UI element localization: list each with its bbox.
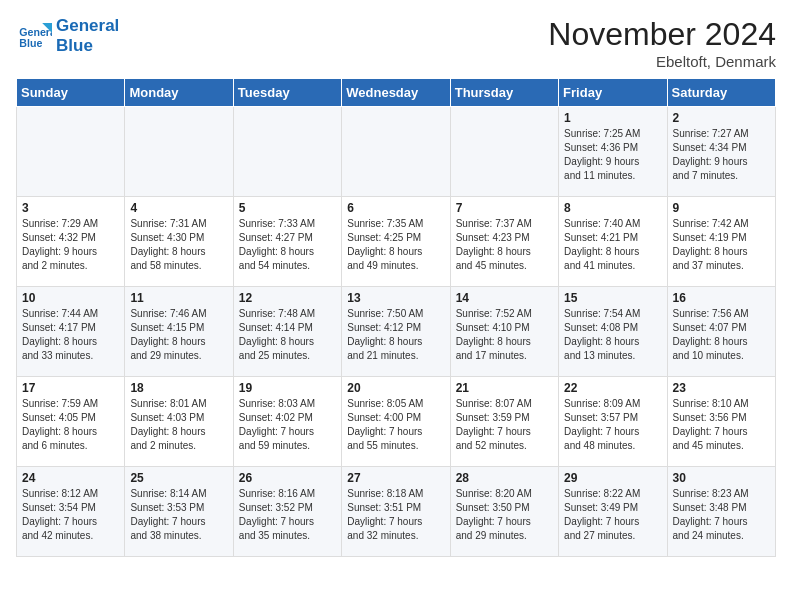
day-info: Sunrise: 8:05 AM Sunset: 4:00 PM Dayligh… [347, 397, 444, 453]
calendar-cell [450, 107, 558, 197]
calendar-cell [125, 107, 233, 197]
day-number: 23 [673, 381, 770, 395]
day-info: Sunrise: 8:16 AM Sunset: 3:52 PM Dayligh… [239, 487, 336, 543]
calendar-cell: 21Sunrise: 8:07 AM Sunset: 3:59 PM Dayli… [450, 377, 558, 467]
calendar-cell: 11Sunrise: 7:46 AM Sunset: 4:15 PM Dayli… [125, 287, 233, 377]
calendar-cell: 29Sunrise: 8:22 AM Sunset: 3:49 PM Dayli… [559, 467, 667, 557]
day-number: 26 [239, 471, 336, 485]
day-info: Sunrise: 8:18 AM Sunset: 3:51 PM Dayligh… [347, 487, 444, 543]
day-info: Sunrise: 7:42 AM Sunset: 4:19 PM Dayligh… [673, 217, 770, 273]
calendar-cell: 7Sunrise: 7:37 AM Sunset: 4:23 PM Daylig… [450, 197, 558, 287]
calendar-cell: 20Sunrise: 8:05 AM Sunset: 4:00 PM Dayli… [342, 377, 450, 467]
day-number: 21 [456, 381, 553, 395]
day-number: 18 [130, 381, 227, 395]
calendar-cell: 16Sunrise: 7:56 AM Sunset: 4:07 PM Dayli… [667, 287, 775, 377]
day-info: Sunrise: 7:35 AM Sunset: 4:25 PM Dayligh… [347, 217, 444, 273]
svg-text:Blue: Blue [19, 37, 42, 49]
day-number: 25 [130, 471, 227, 485]
calendar-week-row: 17Sunrise: 7:59 AM Sunset: 4:05 PM Dayli… [17, 377, 776, 467]
day-number: 11 [130, 291, 227, 305]
weekday-header: Friday [559, 79, 667, 107]
calendar-cell: 8Sunrise: 7:40 AM Sunset: 4:21 PM Daylig… [559, 197, 667, 287]
day-number: 4 [130, 201, 227, 215]
day-number: 15 [564, 291, 661, 305]
logo-line2: Blue [56, 36, 119, 56]
day-number: 19 [239, 381, 336, 395]
calendar-cell: 30Sunrise: 8:23 AM Sunset: 3:48 PM Dayli… [667, 467, 775, 557]
day-number: 22 [564, 381, 661, 395]
calendar-cell: 3Sunrise: 7:29 AM Sunset: 4:32 PM Daylig… [17, 197, 125, 287]
day-number: 8 [564, 201, 661, 215]
weekday-header: Monday [125, 79, 233, 107]
page-header: General Blue General Blue November 2024 … [16, 16, 776, 70]
day-number: 24 [22, 471, 119, 485]
calendar-cell: 22Sunrise: 8:09 AM Sunset: 3:57 PM Dayli… [559, 377, 667, 467]
calendar-cell: 5Sunrise: 7:33 AM Sunset: 4:27 PM Daylig… [233, 197, 341, 287]
logo-icon: General Blue [16, 18, 52, 54]
day-number: 27 [347, 471, 444, 485]
day-number: 28 [456, 471, 553, 485]
day-info: Sunrise: 7:37 AM Sunset: 4:23 PM Dayligh… [456, 217, 553, 273]
day-info: Sunrise: 7:56 AM Sunset: 4:07 PM Dayligh… [673, 307, 770, 363]
day-info: Sunrise: 8:20 AM Sunset: 3:50 PM Dayligh… [456, 487, 553, 543]
location: Ebeltoft, Denmark [548, 53, 776, 70]
day-info: Sunrise: 7:25 AM Sunset: 4:36 PM Dayligh… [564, 127, 661, 183]
day-info: Sunrise: 8:03 AM Sunset: 4:02 PM Dayligh… [239, 397, 336, 453]
day-info: Sunrise: 8:14 AM Sunset: 3:53 PM Dayligh… [130, 487, 227, 543]
day-info: Sunrise: 7:48 AM Sunset: 4:14 PM Dayligh… [239, 307, 336, 363]
day-info: Sunrise: 7:50 AM Sunset: 4:12 PM Dayligh… [347, 307, 444, 363]
day-info: Sunrise: 8:07 AM Sunset: 3:59 PM Dayligh… [456, 397, 553, 453]
calendar-table: SundayMondayTuesdayWednesdayThursdayFrid… [16, 78, 776, 557]
calendar-cell: 26Sunrise: 8:16 AM Sunset: 3:52 PM Dayli… [233, 467, 341, 557]
day-number: 6 [347, 201, 444, 215]
calendar-week-row: 10Sunrise: 7:44 AM Sunset: 4:17 PM Dayli… [17, 287, 776, 377]
calendar-cell: 28Sunrise: 8:20 AM Sunset: 3:50 PM Dayli… [450, 467, 558, 557]
calendar-cell [342, 107, 450, 197]
day-number: 13 [347, 291, 444, 305]
day-number: 12 [239, 291, 336, 305]
day-info: Sunrise: 7:27 AM Sunset: 4:34 PM Dayligh… [673, 127, 770, 183]
day-info: Sunrise: 7:54 AM Sunset: 4:08 PM Dayligh… [564, 307, 661, 363]
day-info: Sunrise: 8:10 AM Sunset: 3:56 PM Dayligh… [673, 397, 770, 453]
day-number: 20 [347, 381, 444, 395]
day-number: 17 [22, 381, 119, 395]
day-info: Sunrise: 8:23 AM Sunset: 3:48 PM Dayligh… [673, 487, 770, 543]
calendar-cell: 23Sunrise: 8:10 AM Sunset: 3:56 PM Dayli… [667, 377, 775, 467]
calendar-cell: 2Sunrise: 7:27 AM Sunset: 4:34 PM Daylig… [667, 107, 775, 197]
calendar-cell: 19Sunrise: 8:03 AM Sunset: 4:02 PM Dayli… [233, 377, 341, 467]
day-number: 14 [456, 291, 553, 305]
calendar-cell: 18Sunrise: 8:01 AM Sunset: 4:03 PM Dayli… [125, 377, 233, 467]
calendar-cell: 4Sunrise: 7:31 AM Sunset: 4:30 PM Daylig… [125, 197, 233, 287]
calendar-cell: 1Sunrise: 7:25 AM Sunset: 4:36 PM Daylig… [559, 107, 667, 197]
day-info: Sunrise: 7:29 AM Sunset: 4:32 PM Dayligh… [22, 217, 119, 273]
weekday-header-row: SundayMondayTuesdayWednesdayThursdayFrid… [17, 79, 776, 107]
day-number: 10 [22, 291, 119, 305]
title-area: November 2024 Ebeltoft, Denmark [548, 16, 776, 70]
day-number: 9 [673, 201, 770, 215]
calendar-cell [233, 107, 341, 197]
day-number: 29 [564, 471, 661, 485]
day-number: 2 [673, 111, 770, 125]
calendar-cell: 27Sunrise: 8:18 AM Sunset: 3:51 PM Dayli… [342, 467, 450, 557]
calendar-week-row: 3Sunrise: 7:29 AM Sunset: 4:32 PM Daylig… [17, 197, 776, 287]
weekday-header: Saturday [667, 79, 775, 107]
calendar-cell: 17Sunrise: 7:59 AM Sunset: 4:05 PM Dayli… [17, 377, 125, 467]
weekday-header: Wednesday [342, 79, 450, 107]
day-info: Sunrise: 8:22 AM Sunset: 3:49 PM Dayligh… [564, 487, 661, 543]
calendar-cell: 24Sunrise: 8:12 AM Sunset: 3:54 PM Dayli… [17, 467, 125, 557]
day-info: Sunrise: 8:12 AM Sunset: 3:54 PM Dayligh… [22, 487, 119, 543]
logo: General Blue General Blue [16, 16, 119, 55]
calendar-cell: 14Sunrise: 7:52 AM Sunset: 4:10 PM Dayli… [450, 287, 558, 377]
day-number: 16 [673, 291, 770, 305]
calendar-cell: 12Sunrise: 7:48 AM Sunset: 4:14 PM Dayli… [233, 287, 341, 377]
calendar-cell: 9Sunrise: 7:42 AM Sunset: 4:19 PM Daylig… [667, 197, 775, 287]
day-info: Sunrise: 7:46 AM Sunset: 4:15 PM Dayligh… [130, 307, 227, 363]
calendar-cell: 25Sunrise: 8:14 AM Sunset: 3:53 PM Dayli… [125, 467, 233, 557]
day-info: Sunrise: 7:33 AM Sunset: 4:27 PM Dayligh… [239, 217, 336, 273]
calendar-cell: 10Sunrise: 7:44 AM Sunset: 4:17 PM Dayli… [17, 287, 125, 377]
day-number: 1 [564, 111, 661, 125]
day-number: 7 [456, 201, 553, 215]
calendar-cell: 13Sunrise: 7:50 AM Sunset: 4:12 PM Dayli… [342, 287, 450, 377]
day-info: Sunrise: 8:09 AM Sunset: 3:57 PM Dayligh… [564, 397, 661, 453]
day-info: Sunrise: 7:31 AM Sunset: 4:30 PM Dayligh… [130, 217, 227, 273]
